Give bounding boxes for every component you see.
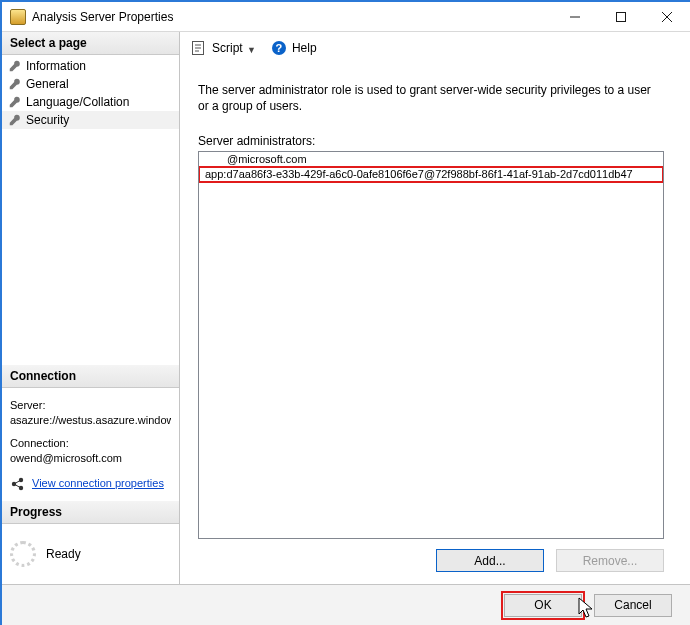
ok-button[interactable]: OK [504,594,582,617]
cancel-button[interactable]: Cancel [594,594,672,617]
connection-value: owend@microsoft.com [10,451,171,466]
connection-properties-icon [10,477,26,491]
page-list: InformationGeneralLanguage/CollationSecu… [2,55,179,365]
page-item-language-collation[interactable]: Language/Collation [2,93,179,111]
connection-header: Connection [2,365,179,388]
close-button[interactable] [644,2,690,31]
window-title: Analysis Server Properties [32,10,552,24]
dialog-footer: OK Cancel [2,584,690,625]
script-button[interactable]: Script ▼ [212,41,256,55]
wrench-icon [8,95,22,109]
remove-button[interactable]: Remove... [556,549,664,572]
toolbar: Script ▼ ? Help [180,32,690,64]
admin-list-item[interactable]: app:d7aa86f3-e33b-429f-a6c0-0afe8106f6e7… [199,167,663,182]
progress-spinner-icon [10,541,36,567]
window-controls [552,2,690,31]
help-button[interactable]: Help [292,41,317,55]
left-panel: Select a page InformationGeneralLanguage… [2,32,180,584]
connection-panel: Server: asazure://westus.asazure.windows… [2,388,179,501]
progress-panel: Ready [2,524,179,584]
titlebar: Analysis Server Properties [2,2,690,32]
admin-list-item[interactable]: @microsoft.com [199,152,663,167]
svg-line-7 [14,480,21,484]
page-item-label: Information [26,58,86,74]
add-button[interactable]: Add... [436,549,544,572]
page-item-security[interactable]: Security [2,111,179,129]
page-item-information[interactable]: Information [2,57,179,75]
app-icon [10,9,26,25]
select-page-header: Select a page [2,32,179,55]
right-panel: Script ▼ ? Help The server administrator… [180,32,690,584]
content-area: The server administrator role is used to… [180,64,690,584]
maximize-button[interactable] [598,2,644,31]
script-label: Script [212,41,243,55]
server-value: asazure://westus.asazure.windows [10,413,171,428]
page-item-label: Language/Collation [26,94,129,110]
wrench-icon [8,113,22,127]
admin-list-label: Server administrators: [198,134,664,148]
minimize-button[interactable] [552,2,598,31]
help-icon: ? [272,41,286,55]
description-text: The server administrator role is used to… [198,82,664,114]
wrench-icon [8,59,22,73]
svg-line-8 [14,484,21,488]
connection-label: Connection: [10,436,171,451]
script-dropdown-icon: ▼ [247,45,256,55]
page-item-general[interactable]: General [2,75,179,93]
progress-text: Ready [46,547,81,561]
server-admin-list[interactable]: @microsoft.comapp:d7aa86f3-e33b-429f-a6c… [198,151,664,539]
view-connection-properties-link[interactable]: View connection properties [32,476,164,491]
wrench-icon [8,77,22,91]
server-label: Server: [10,398,171,413]
script-icon [190,40,206,56]
svg-rect-1 [617,12,626,21]
page-item-label: Security [26,112,69,128]
page-item-label: General [26,76,69,92]
progress-header: Progress [2,501,179,524]
